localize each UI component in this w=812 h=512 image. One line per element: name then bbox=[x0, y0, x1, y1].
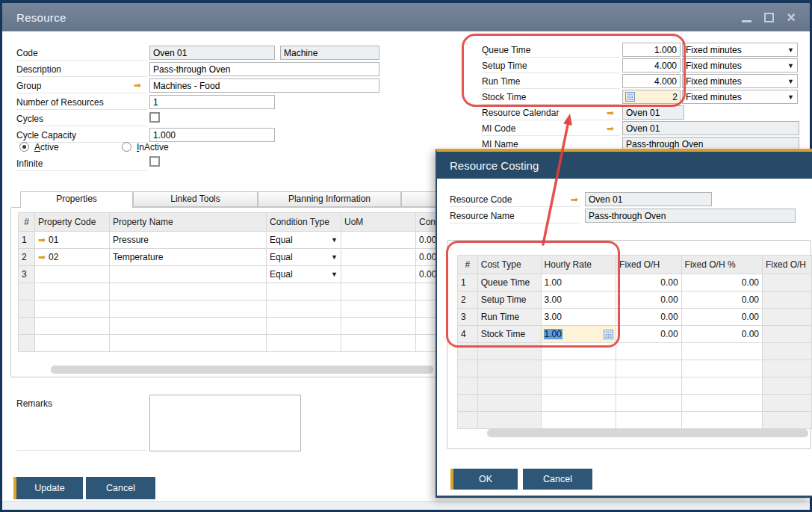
hourly-rate-cell[interactable] bbox=[541, 377, 616, 395]
run-time-unit-select[interactable]: Fixed minutes ▼ bbox=[682, 74, 798, 88]
fixed-oh-cell[interactable]: 0.00 bbox=[616, 309, 682, 326]
update-button[interactable]: Update bbox=[13, 477, 83, 499]
uom-cell[interactable] bbox=[341, 232, 416, 249]
resource-code-input[interactable]: Oven 01 bbox=[585, 192, 712, 206]
group-input[interactable]: Machines - Food bbox=[149, 78, 379, 93]
number-of-resources-input[interactable]: 1 bbox=[149, 95, 275, 109]
queue-time-unit-value: Fixed minutes bbox=[686, 44, 742, 56]
fixed-oh-cell[interactable] bbox=[616, 377, 682, 395]
condition-type-cell[interactable]: Equal▼ bbox=[267, 232, 341, 249]
dialog-horizontal-scrollbar-thumb[interactable] bbox=[487, 429, 808, 437]
queue-time-unit-select[interactable]: Fixed minutes ▼ bbox=[682, 43, 798, 57]
property-name-cell[interactable]: Pressure bbox=[110, 232, 267, 249]
fixed-oh-pct-cell[interactable]: 0.00 bbox=[681, 326, 762, 343]
tab-planning-information[interactable]: Planning Information bbox=[258, 191, 401, 207]
property-code-cell[interactable] bbox=[35, 335, 110, 352]
hourly-rate-cell[interactable] bbox=[541, 395, 616, 412]
fixed-oh-pct-cell[interactable] bbox=[681, 343, 762, 360]
condition-type-cell[interactable] bbox=[267, 335, 341, 352]
condition-type-cell[interactable] bbox=[267, 318, 341, 335]
fixed-oh-pct-cell[interactable]: 0.00 bbox=[681, 274, 762, 292]
fixed-oh-pct-cell[interactable]: 0.00 bbox=[681, 292, 762, 309]
dropdown-icon[interactable]: ▼ bbox=[331, 253, 338, 261]
resource-name-input[interactable]: Pass-through Oven bbox=[585, 209, 796, 223]
resource-code-link-arrow-icon[interactable]: ➡ bbox=[571, 195, 578, 204]
fixed-oh-cell[interactable] bbox=[616, 360, 682, 377]
property-name-cell[interactable] bbox=[110, 335, 267, 352]
property-name-cell[interactable] bbox=[110, 283, 267, 300]
cost-type-cell bbox=[477, 395, 541, 412]
link-arrow-icon[interactable]: ➡ bbox=[38, 235, 46, 244]
dropdown-icon[interactable]: ▼ bbox=[331, 271, 338, 278]
fixed-oh-pct-cell[interactable] bbox=[681, 412, 762, 429]
condition-type-cell[interactable]: Equal▼ bbox=[267, 249, 341, 266]
resource-calendar-link-arrow-icon[interactable]: ➡ bbox=[607, 108, 614, 117]
ok-button[interactable]: OK bbox=[450, 469, 518, 490]
inactive-radio-label[interactable]: InActive bbox=[137, 142, 169, 152]
fixed-oh-cell[interactable]: 0.00 bbox=[616, 326, 682, 343]
uom-cell[interactable] bbox=[341, 283, 416, 300]
col-header-fixed-oh-pct: Fixed O/H % bbox=[681, 256, 762, 274]
main-cancel-button[interactable]: Cancel bbox=[86, 477, 155, 499]
condition-type-cell[interactable]: Equal▼ bbox=[267, 266, 341, 283]
code-input[interactable]: Oven 01 bbox=[149, 46, 275, 60]
property-name-cell[interactable] bbox=[110, 266, 267, 283]
property-code-cell[interactable] bbox=[35, 283, 110, 300]
dropdown-icon[interactable]: ▼ bbox=[787, 60, 794, 72]
property-code-cell[interactable]: ➡01 bbox=[35, 232, 110, 249]
fixed-oh-cell[interactable]: 0.00 bbox=[616, 292, 682, 309]
mi-code-input[interactable]: Oven 01 bbox=[622, 121, 799, 135]
resource-type-input[interactable]: Machine bbox=[280, 46, 379, 60]
link-arrow-icon[interactable]: ➡ bbox=[38, 253, 46, 262]
tab-linked-tools[interactable]: Linked Tools bbox=[133, 191, 258, 207]
resource-calendar-input[interactable]: Oven 01 bbox=[622, 105, 684, 120]
stock-time-unit-select[interactable]: Fixed minutes ▼ bbox=[682, 90, 798, 104]
dropdown-icon[interactable]: ▼ bbox=[787, 75, 794, 87]
fixed-oh-cell[interactable]: 0.00 bbox=[616, 274, 682, 292]
dropdown-icon[interactable]: ▼ bbox=[331, 236, 338, 244]
condition-type-cell[interactable] bbox=[267, 300, 341, 318]
property-name-cell[interactable] bbox=[110, 318, 267, 335]
property-code-cell[interactable] bbox=[35, 300, 110, 318]
fixed-oh-pct-cell[interactable] bbox=[681, 395, 762, 412]
fixed-oh-pct-cell[interactable]: 0.00 bbox=[681, 309, 762, 326]
fixed-oh-pct-cell[interactable] bbox=[681, 377, 762, 395]
uom-cell[interactable] bbox=[341, 300, 416, 318]
fixed-oh-pct-cell[interactable] bbox=[681, 360, 762, 377]
hourly-rate-cell[interactable] bbox=[541, 412, 616, 429]
uom-cell[interactable] bbox=[341, 249, 416, 266]
condition-type-cell[interactable] bbox=[267, 283, 341, 300]
cycles-checkbox[interactable] bbox=[149, 112, 160, 123]
maximize-button[interactable] bbox=[760, 9, 777, 25]
horizontal-scrollbar-thumb[interactable] bbox=[51, 366, 433, 374]
inactive-radio[interactable] bbox=[122, 142, 131, 152]
fixed-oh-cell[interactable] bbox=[616, 343, 682, 360]
property-code-cell[interactable] bbox=[35, 266, 110, 283]
fixed-oh-cell[interactable] bbox=[616, 412, 682, 429]
property-code-cell[interactable]: ➡02 bbox=[35, 249, 110, 266]
uom-cell[interactable] bbox=[341, 335, 416, 352]
uom-cell[interactable] bbox=[341, 266, 416, 283]
property-name-cell[interactable] bbox=[110, 300, 267, 318]
uom-cell[interactable] bbox=[341, 318, 416, 335]
dropdown-icon[interactable]: ▼ bbox=[787, 91, 794, 103]
active-radio[interactable] bbox=[19, 142, 29, 152]
infinite-checkbox[interactable] bbox=[149, 156, 160, 167]
fixed-oh-cell[interactable] bbox=[616, 395, 682, 412]
cycles-label: Cycles bbox=[16, 113, 147, 126]
cycle-capacity-input[interactable]: 1.000 bbox=[149, 128, 275, 142]
description-input[interactable]: Pass-through Oven bbox=[149, 62, 379, 76]
active-radio-label[interactable]: Active bbox=[34, 142, 59, 152]
close-button[interactable]: × bbox=[783, 9, 799, 25]
minimize-button[interactable] bbox=[738, 9, 754, 25]
hourly-rate-cell[interactable] bbox=[541, 360, 616, 377]
group-link-arrow-icon[interactable]: ➡ bbox=[134, 81, 141, 90]
remarks-input[interactable] bbox=[149, 395, 301, 451]
tab-properties[interactable]: Properties bbox=[20, 191, 133, 208]
dialog-cancel-button[interactable]: Cancel bbox=[523, 469, 592, 490]
property-code-cell[interactable] bbox=[35, 318, 110, 335]
mi-code-link-arrow-icon[interactable]: ➡ bbox=[607, 124, 614, 133]
property-name-cell[interactable]: Temperature bbox=[110, 249, 267, 266]
dropdown-icon[interactable]: ▼ bbox=[787, 44, 794, 56]
setup-time-unit-select[interactable]: Fixed minutes ▼ bbox=[682, 58, 798, 73]
